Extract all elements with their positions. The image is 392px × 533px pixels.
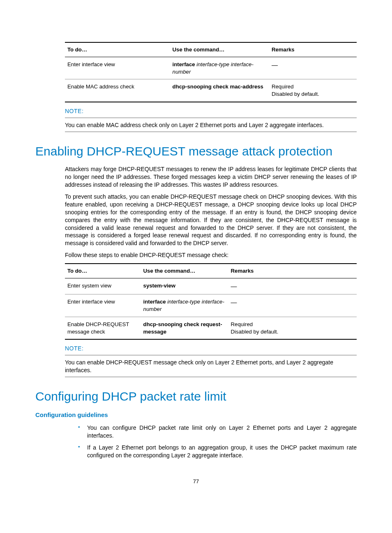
table-row: Enter interface view interface interface…: [65, 294, 357, 317]
th-cmd: Use the command…: [170, 42, 269, 57]
table-mac-check: To do… Use the command… Remarks Enter in…: [65, 42, 357, 102]
th-todo: To do…: [65, 42, 170, 57]
paragraph: To prevent such attacks, you can enable …: [65, 193, 357, 247]
subheading-guidelines: Configuration guidelines: [35, 411, 357, 419]
table-row: Enable DHCP-REQUEST message check dhcp-s…: [65, 317, 357, 339]
note-text: You can enable MAC address check only on…: [65, 120, 357, 132]
th-cmd: Use the command…: [141, 264, 228, 278]
cell-cmd: interface interface-type interface-numbe…: [141, 294, 228, 317]
paragraph: Attackers may forge DHCP-REQUEST message…: [65, 165, 357, 189]
heading-dhcp-request-protection: Enabling DHCP-REQUEST message attack pro…: [35, 144, 357, 159]
cell-cmd: system-view: [141, 278, 228, 294]
note-block: NOTE: You can enable MAC address check o…: [65, 107, 357, 132]
cell-remarks: RequiredDisabled by default.: [269, 79, 357, 102]
guidelines-list: You can configure DHCP packet rate limit…: [78, 422, 357, 462]
cell-remarks: RequiredDisabled by default.: [228, 317, 357, 339]
note-label: NOTE:: [65, 345, 357, 353]
table-row: Enable MAC address check dhcp-snooping c…: [65, 79, 357, 102]
th-remarks: Remarks: [228, 264, 357, 278]
page-number: 77: [35, 478, 357, 485]
cell-cmd: dhcp-snooping check mac-address: [170, 79, 269, 102]
heading-rate-limit: Configuring DHCP packet rate limit: [35, 389, 357, 404]
list-item: You can configure DHCP packet rate limit…: [78, 422, 357, 442]
table-row: Enter interface view interface interface…: [65, 57, 357, 79]
table-request-check: To do… Use the command… Remarks Enter sy…: [65, 263, 357, 340]
cell-todo: Enable DHCP-REQUEST message check: [65, 317, 141, 339]
cell-remarks: —: [269, 57, 357, 79]
cell-todo: Enter system view: [65, 278, 141, 294]
cell-remarks: —: [228, 278, 357, 294]
th-todo: To do…: [65, 264, 141, 278]
table-row: Enter system view system-view —: [65, 278, 357, 294]
note-block: NOTE: You can enable DHCP-REQUEST messag…: [65, 345, 357, 377]
paragraph: Follow these steps to enable DHCP-REQUES…: [65, 251, 357, 259]
note-label: NOTE:: [65, 107, 357, 116]
list-item: If a Layer 2 Ethernet port belongs to an…: [78, 442, 357, 462]
th-remarks: Remarks: [269, 42, 357, 57]
cell-cmd: interface interface-type interface-numbe…: [170, 57, 269, 79]
cell-remarks: —: [228, 294, 357, 317]
cell-todo: Enter interface view: [65, 294, 141, 317]
cell-cmd: dhcp-snooping check request-message: [141, 317, 228, 339]
note-text: You can enable DHCP-REQUEST message chec…: [65, 357, 357, 377]
cell-todo: Enable MAC address check: [65, 79, 170, 102]
cell-todo: Enter interface view: [65, 57, 170, 79]
